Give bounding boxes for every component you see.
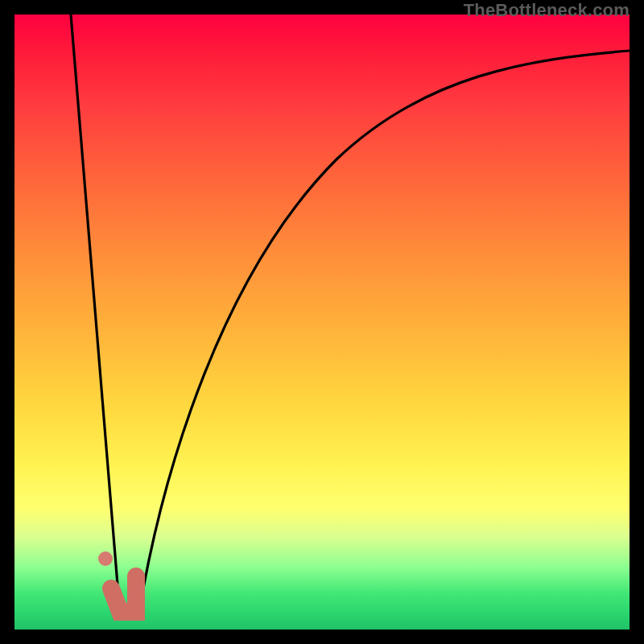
- trough-dot: [98, 551, 113, 566]
- watermark-text: TheBottleneck.com: [464, 0, 630, 21]
- trough-marker: [111, 576, 136, 612]
- curve-right-rise: [138, 51, 630, 616]
- chart-frame: TheBottleneck.com: [0, 0, 644, 644]
- plot-area: [14, 14, 630, 630]
- curves-svg: [14, 14, 630, 630]
- curve-left-descent: [71, 14, 120, 614]
